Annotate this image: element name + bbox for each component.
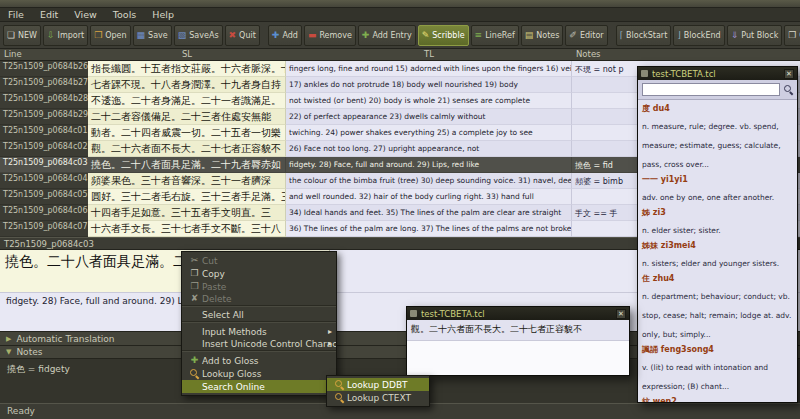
search-icon[interactable]	[784, 85, 793, 94]
toolbar: ❏ NEW ⇩ Import ❒ Open ▦ Save ▧ SaveAs	[0, 22, 800, 49]
gloss-search-input[interactable]	[642, 83, 780, 96]
column-header-notes[interactable]: Notes	[572, 49, 800, 60]
source-cell[interactable]: 指長纖圓。十五者指文莊嚴。十六者脈深。十	[88, 61, 286, 77]
line-id-cell[interactable]: T25n1509_p0684b28	[0, 93, 88, 109]
toolbar-button[interactable]: ⇩ Import	[43, 25, 88, 46]
gloss-entry[interactable]: 姊 zi3 n. elder sister; sister.	[642, 207, 793, 237]
target-cell[interactable]: 17) ankles do not protrude 18) body well…	[286, 77, 572, 93]
gloss-entry[interactable]: 一一 yi1yi1 adv. one by one, one after ano…	[642, 174, 793, 204]
source-cell[interactable]: 動者。二十四者威震一切。二十五者一切樂	[88, 125, 286, 141]
line-id-cell[interactable]: T25n1509_p0684c01	[0, 125, 88, 141]
submenu-item[interactable]: Lookup DDBT	[327, 378, 429, 391]
toolbar-button-label: Quit	[239, 31, 256, 40]
toolbar-button[interactable]: ❐ Copy	[784, 25, 800, 46]
search-online-submenu: Lookup DDBT Lookup CTEXT	[326, 375, 430, 407]
column-header-tl[interactable]: TL	[286, 49, 572, 60]
toolbar-button-label: BlockStart	[626, 31, 667, 40]
toolbar-button[interactable]: ✚ Add	[268, 25, 302, 46]
source-cell[interactable]: 撓色。二十八者面具足滿。二十九者脣赤如	[88, 157, 286, 173]
target-cell[interactable]: fingers long, fine and round 15) adorned…	[286, 61, 572, 77]
context-menu-item[interactable]: ❐ Copy ▸	[182, 267, 336, 280]
toolbar-button[interactable]: ❏ NEW	[3, 25, 41, 46]
context-menu-item[interactable]: Insert Unicode Control Character ▸	[182, 338, 336, 351]
preview-window-titlebar[interactable]: test-TCBETA.tcl ✕	[407, 307, 629, 320]
expanded-triangle-icon: ▼	[6, 348, 11, 356]
gloss-entry[interactable]: 姊妹 zi3mei4 n. sisters; elder and younger…	[642, 240, 793, 270]
column-header-sl[interactable]: SL	[88, 49, 286, 60]
toolbar-button[interactable]: ✚ Add Entry	[358, 25, 416, 46]
window-titlebar[interactable]	[0, 0, 800, 8]
line-id-cell[interactable]: T25n1509_p0684c07	[0, 221, 88, 237]
gloss-entry[interactable]: 紋 wen2 (n) pattern, marks, traces, rippl…	[642, 396, 793, 402]
source-cell[interactable]: 十六者手文長。三十七者手文不斷。三十八	[88, 221, 286, 237]
source-cell[interactable]: 觀。二十六者面不長大。二十七者正容貌不	[88, 141, 286, 157]
toolbar-button[interactable]: ▦ Save	[133, 25, 172, 46]
line-id-cell[interactable]: T25n1509_p0684b29	[0, 109, 88, 125]
submenu-item-label: Lookup DDBT	[347, 380, 408, 390]
context-menu-item[interactable]: ❒ Paste ▸	[182, 280, 336, 293]
target-cell[interactable]: 34) Ideal hands and feet. 35) The lines …	[286, 205, 572, 221]
toolbar-button[interactable]: ✎ Scribble	[418, 25, 469, 46]
toolbar-button[interactable]: ✐ Editor	[565, 25, 607, 46]
target-cell[interactable]: not twisted (or bent) 20) body is whole …	[286, 93, 572, 109]
put-block-icon: ⇓	[731, 31, 739, 40]
toolbar-button[interactable]: ▤ Notes	[521, 25, 564, 46]
target-cell[interactable]: 26) Face not too long. 27) upright appea…	[286, 141, 572, 157]
menubar-item[interactable]: File	[0, 8, 32, 21]
source-cell[interactable]: 二十二者容儀備足。二十三者住處安無能	[88, 109, 286, 125]
context-menu-item[interactable]: Search Online ▸	[182, 380, 336, 393]
column-header-line[interactable]: Line	[0, 49, 88, 60]
gloss-entry[interactable]: 諷誦 feng3song4 v. (lit) to read with into…	[642, 344, 793, 393]
line-id-cell[interactable]: T25n1509_p0684c02	[0, 141, 88, 157]
target-cell[interactable]: 36) The lines of the palm are long. 37) …	[286, 221, 572, 237]
context-menu-item[interactable]: ✂ Cut ▸	[182, 254, 336, 267]
source-cell[interactable]: 不逶迤。二十者身滿足。二十一者識滿足。	[88, 93, 286, 109]
line-id-cell[interactable]: T25n1509_p0684b26	[0, 61, 88, 77]
toolbar-button[interactable]: ❒ Open	[90, 25, 130, 46]
gloss-window-titlebar[interactable]: test-TCBETA.tcl ✕	[638, 67, 797, 80]
target-cell[interactable]: and well rounded. 32) hair of the body c…	[286, 189, 572, 205]
context-menu-item[interactable]: Select All ▸	[182, 309, 336, 322]
context-menu-item-label: Lookup Gloss	[202, 369, 261, 379]
line-id-cell[interactable]: T25n1509_p0684b27	[0, 77, 88, 93]
source-cell[interactable]: 十四者手足如意。三十五者手文明直。三	[88, 205, 286, 221]
toolbar-button[interactable]: ⌈ BlockStart	[616, 25, 672, 46]
line-id-cell[interactable]: T25n1509_p0684c05	[0, 189, 88, 205]
gloss-entry[interactable]: 度 du4 n. measure, rule; degree. vb. spen…	[642, 103, 793, 171]
gloss-definition: adv. one by one, one after another.	[642, 193, 774, 202]
target-cell[interactable]: 22) of perfect appearance 23) dwells cal…	[286, 109, 572, 125]
toolbar-button[interactable]: ⌋ BlockEnd	[673, 25, 724, 46]
context-menu-item[interactable]: Input Methods ▸	[182, 325, 336, 338]
status-text: Ready	[7, 406, 35, 416]
context-menu-item[interactable]: Lookup Gloss ▸	[182, 367, 336, 380]
toolbar-button[interactable]: ⇓ Put Block	[727, 25, 783, 46]
toolbar-button[interactable]: ▬ Remove	[304, 25, 356, 46]
target-cell[interactable]: fidgety. 28) Face, full and around. 29) …	[286, 157, 572, 173]
source-cell[interactable]: 七者踝不現。十八者身潤澤。十九者身自持	[88, 77, 286, 93]
context-menu-item[interactable]: ✚ Add to Gloss ▸	[182, 354, 336, 367]
close-button[interactable]: ✕	[784, 69, 794, 79]
menubar-item[interactable]: Help	[144, 8, 182, 21]
line-id-cell[interactable]: T25n1509_p0684c06	[0, 205, 88, 221]
line-id-cell[interactable]: T25n1509_p0684c03	[0, 157, 88, 173]
preview-input-area[interactable]	[407, 340, 629, 375]
source-cell[interactable]: 頻婆果色。三十者音響深。三十一者臍深	[88, 173, 286, 189]
context-menu-item-label: Input Methods	[202, 327, 267, 337]
toolbar-button[interactable]: ✖ Quit	[225, 25, 260, 46]
gloss-entry[interactable]: 住 zhu4 n. department; behaviour; conduct…	[642, 273, 793, 341]
toolbar-button[interactable]: ▧ SaveAs	[174, 25, 223, 46]
context-menu-item[interactable]: ✘ Delete ▸	[182, 293, 336, 306]
search-icon	[335, 380, 344, 389]
target-cell[interactable]: twiching. 24) power shakes everything 25…	[286, 125, 572, 141]
toolbar-button[interactable]: ≡ LineRef	[471, 25, 519, 46]
source-cell[interactable]: 圓好。三十二者毛右旋。三十三者手足滿。三	[88, 189, 286, 205]
menubar-item[interactable]: Tools	[105, 8, 144, 21]
submenu-item[interactable]: Lookup CTEXT	[327, 391, 429, 404]
menubar-item[interactable]: View	[66, 8, 105, 21]
menubar-item[interactable]: Edit	[32, 8, 66, 21]
add-to-gloss-icon: ✚	[191, 356, 199, 365]
target-cell[interactable]: the colour of the bimba fruit (tree) 30)…	[286, 173, 572, 189]
toolbar-button-label: Editor	[580, 31, 604, 40]
line-id-cell[interactable]: T25n1509_p0684c04	[0, 173, 88, 189]
close-button[interactable]: ✕	[616, 309, 626, 319]
